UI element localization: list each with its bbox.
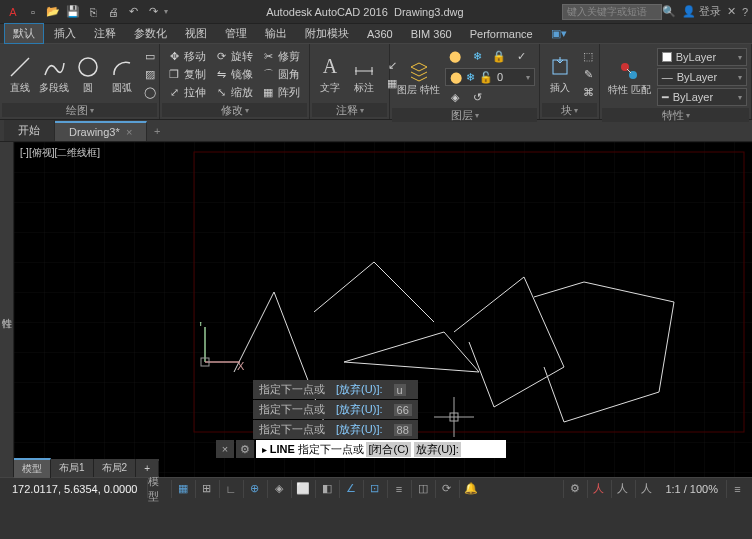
transparency-toggle[interactable]: ◫ [411, 480, 433, 498]
rectangle-icon[interactable]: ▭ [140, 48, 160, 65]
new-tab-button[interactable]: + [147, 125, 167, 137]
coordinates-display[interactable]: 172.0117, 5.6354, 0.0000 [4, 483, 145, 495]
redo-icon[interactable]: ↷ [144, 3, 162, 21]
scale-button[interactable]: ⤡缩放 [211, 84, 256, 101]
mirror-button[interactable]: ⇋镜像 [211, 66, 256, 83]
match-properties-button[interactable]: 特性 匹配 [604, 57, 655, 97]
exchange-icon[interactable]: ✕ [727, 5, 736, 18]
command-input[interactable]: ▸ LINE 指定下一点或 [闭合(C) 放弃(U)]: [256, 440, 506, 458]
lineweight-dropdown[interactable]: —ByLayer▾ [657, 68, 747, 86]
properties-palette-tab[interactable]: 特性 [0, 142, 14, 477]
tab-insert[interactable]: 插入 [46, 24, 84, 43]
model-space-button[interactable]: 模型 [147, 480, 169, 498]
layer-prev-icon[interactable]: ↺ [467, 89, 487, 106]
panel-annotation: A文字 标注 ↙ ▦ 注释 ▾ [310, 44, 390, 119]
arc-button[interactable]: 圆弧 [106, 53, 138, 97]
attr-icon[interactable]: ⌘ [578, 84, 598, 101]
open-icon[interactable]: 📂 [44, 3, 62, 21]
tab-bim360[interactable]: BIM 360 [403, 26, 460, 42]
layer-freeze-icon[interactable]: ❄ [467, 48, 487, 65]
tab-start[interactable]: 开始 [4, 120, 55, 141]
file-tabs: 开始 Drawing3* × + [0, 120, 752, 142]
cmd-options-icon[interactable]: ⚙ [236, 440, 254, 458]
saveas-icon[interactable]: ⎘ [84, 3, 102, 21]
trim-button[interactable]: ✂修剪 [258, 48, 303, 65]
otrack-toggle[interactable]: ∠ [339, 480, 361, 498]
ellipse-icon[interactable]: ◯ [140, 84, 160, 101]
layout-tab-add[interactable]: + [136, 461, 159, 476]
dimension-button[interactable]: 标注 [348, 53, 380, 97]
workspace-button[interactable]: ⚙ [563, 480, 585, 498]
polar-toggle[interactable]: ⊕ [243, 480, 265, 498]
annotation-autoscale-icon[interactable]: 人 [635, 480, 657, 498]
layer-off-icon[interactable]: ⬤ [445, 48, 465, 65]
edit-block-icon[interactable]: ✎ [578, 66, 598, 83]
lineweight-toggle[interactable]: ≡ [387, 480, 409, 498]
signin-button[interactable]: 👤 登录 [682, 4, 721, 19]
create-block-icon[interactable]: ⬚ [578, 48, 598, 65]
snap-toggle[interactable]: ⊞ [195, 480, 217, 498]
layer-dropdown[interactable]: ⬤❄🔓 0 ▾ [445, 68, 535, 86]
annotation-visibility-icon[interactable]: 人 [611, 480, 633, 498]
hatch-icon[interactable]: ▨ [140, 66, 160, 83]
drawing-canvas[interactable]: 特性 [-][俯视][二维线框] Y X 指定下一点或 [放弃( [0, 142, 752, 477]
close-tab-icon[interactable]: × [126, 126, 132, 138]
tab-a360[interactable]: A360 [359, 26, 401, 42]
tab-view[interactable]: 视图 [177, 24, 215, 43]
tab-addins[interactable]: 附加模块 [297, 24, 357, 43]
undo-icon[interactable]: ↶ [124, 3, 142, 21]
layout-tab-model[interactable]: 模型 [14, 458, 51, 478]
array-button[interactable]: ▦阵列 [258, 84, 303, 101]
help-icon[interactable]: ? [742, 6, 748, 18]
tab-performance[interactable]: Performance [462, 26, 541, 42]
annotation-monitor-toggle[interactable]: 🔔 [459, 480, 481, 498]
layer-iso-icon[interactable]: ◈ [445, 89, 465, 106]
grid-toggle[interactable]: ▦ [171, 480, 193, 498]
tab-manage[interactable]: 管理 [217, 24, 255, 43]
app-menu-button[interactable]: A [4, 3, 22, 21]
copy-button[interactable]: ❐复制 [164, 66, 209, 83]
line-button[interactable]: 直线 [4, 53, 36, 97]
ribbon: 直线 多段线 圆 圆弧 ▭ ▨ ◯ 绘图 ▾ ✥移动 ❐复制 ⤢拉伸 ⟳旋转 ⇋… [0, 44, 752, 120]
selection-cycling-toggle[interactable]: ⟳ [435, 480, 457, 498]
rotate-button[interactable]: ⟳旋转 [211, 48, 256, 65]
customize-statusbar-icon[interactable]: ≡ [726, 480, 748, 498]
ortho-toggle[interactable]: ∟ [219, 480, 241, 498]
window-title: Autodesk AutoCAD 2016 Drawing3.dwg [168, 6, 562, 18]
panel-layer: 图层 特性 ⬤ ❄ 🔒 ✓ ⬤❄🔓 0 ▾ ◈ ↺ 图层 ▾ [390, 44, 540, 119]
tab-current-drawing[interactable]: Drawing3* × [55, 121, 147, 141]
dyninput-toggle[interactable]: ⊡ [363, 480, 385, 498]
move-button[interactable]: ✥移动 [164, 48, 209, 65]
tab-annotate[interactable]: 注释 [86, 24, 124, 43]
plot-icon[interactable]: 🖨 [104, 3, 122, 21]
save-icon[interactable]: 💾 [64, 3, 82, 21]
linetype-dropdown[interactable]: ━ByLayer▾ [657, 88, 747, 106]
layer-lock-icon[interactable]: 🔒 [489, 48, 509, 65]
annotation-scale-icon[interactable]: 人 [587, 480, 609, 498]
stretch-button[interactable]: ⤢拉伸 [164, 84, 209, 101]
osnap-toggle[interactable]: ⬜ [291, 480, 313, 498]
new-icon[interactable]: ▫ [24, 3, 42, 21]
polyline-button[interactable]: 多段线 [38, 53, 70, 97]
fillet-button[interactable]: ⌒圆角 [258, 66, 303, 83]
insert-block-button[interactable]: 插入 [544, 53, 576, 97]
text-button[interactable]: A文字 [314, 53, 346, 97]
tab-output[interactable]: 输出 [257, 24, 295, 43]
3dosnap-toggle[interactable]: ◧ [315, 480, 337, 498]
isodraft-toggle[interactable]: ◈ [267, 480, 289, 498]
search-input[interactable]: 键入关键字或短语 [562, 4, 662, 20]
zoom-display[interactable]: 1:1 / 100% [659, 483, 724, 495]
layout-tab-layout1[interactable]: 布局1 [51, 459, 94, 477]
tab-overflow-icon[interactable]: ▣▾ [543, 25, 575, 42]
infocenter-icon[interactable]: 🔍 [662, 5, 676, 18]
circle-button[interactable]: 圆 [72, 53, 104, 97]
layer-match-icon[interactable]: ✓ [511, 48, 531, 65]
layout-tab-layout2[interactable]: 布局2 [94, 459, 137, 477]
layer-properties-button[interactable]: 图层 特性 [394, 57, 443, 97]
tab-default[interactable]: 默认 [4, 23, 44, 44]
tab-parametric[interactable]: 参数化 [126, 24, 175, 43]
close-cmdline-icon[interactable]: × [216, 440, 234, 458]
color-dropdown[interactable]: ByLayer▾ [657, 48, 747, 66]
command-line[interactable]: × ⚙ ▸ LINE 指定下一点或 [闭合(C) 放弃(U)]: [216, 439, 506, 459]
title-bar: A ▫ 📂 💾 ⎘ 🖨 ↶ ↷ ▾ Autodesk AutoCAD 2016 … [0, 0, 752, 24]
